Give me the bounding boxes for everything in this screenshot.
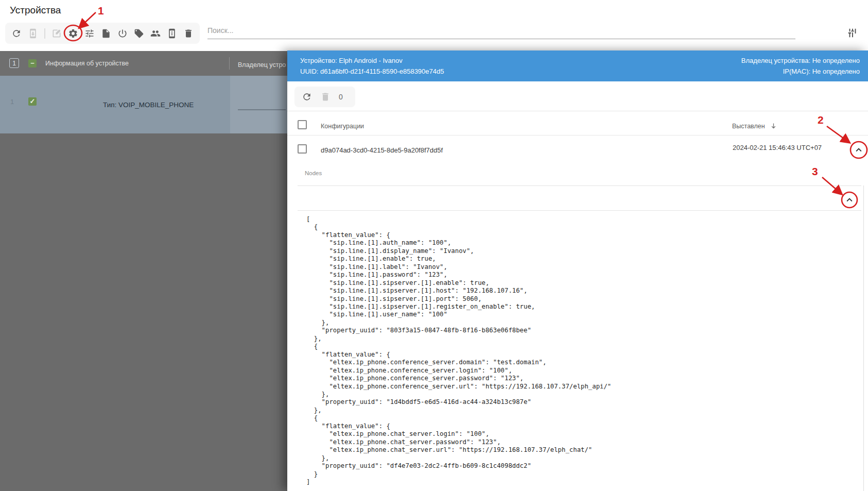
system-update-icon bbox=[28, 28, 38, 39]
toolbar-divider bbox=[44, 28, 45, 39]
sort-arrow-down-icon bbox=[770, 122, 777, 130]
search-field bbox=[207, 24, 795, 39]
column-divider bbox=[229, 57, 230, 70]
scroll-track[interactable] bbox=[863, 185, 864, 491]
column-configurations: Конфигурации bbox=[321, 123, 364, 130]
panel-device-uuid: UUID: d61a6bf0-d21f-4115-8590-e858390e74… bbox=[300, 66, 444, 77]
select-all-checkbox[interactable]: − bbox=[28, 59, 37, 67]
collapse-nodes-chevron-icon[interactable] bbox=[844, 194, 855, 206]
column-issued-label: Выставлен bbox=[732, 123, 765, 130]
column-owner: Владелец устройства bbox=[238, 61, 286, 69]
edit-icon bbox=[51, 28, 62, 39]
device-info-icon[interactable] bbox=[167, 28, 177, 39]
column-issued-sort[interactable]: Выставлен bbox=[732, 122, 777, 130]
tag-icon[interactable] bbox=[134, 28, 144, 39]
device-type-label: Тип: VOIP_MOBILE_PHONE bbox=[103, 101, 194, 109]
config-uuid: d9a074ad-3cd0-4215-8de5-9a20f8f7dd5f bbox=[321, 146, 443, 154]
device-detail-panel: Устройство: Elph Android - Ivanov UUID: … bbox=[287, 50, 868, 491]
row-checkbox[interactable]: ✓ bbox=[28, 97, 37, 106]
config-checkbox[interactable] bbox=[298, 144, 307, 154]
devices-page: Устройства 1 − Информация об устройстве … bbox=[0, 0, 868, 491]
panel-ip-mac: IP(MAC): Не определено bbox=[741, 66, 860, 77]
filter-icon[interactable] bbox=[847, 27, 858, 39]
config-issued-date: 2024-02-21 15:46:43 UTC+07 bbox=[733, 144, 822, 151]
copy-file-icon[interactable] bbox=[101, 28, 111, 39]
refresh-icon[interactable] bbox=[11, 28, 22, 39]
column-device-info: Информация об устройстве bbox=[45, 60, 129, 67]
users-icon[interactable] bbox=[150, 28, 161, 39]
divider bbox=[298, 210, 861, 211]
search-input[interactable] bbox=[207, 24, 795, 39]
page-title: Устройства bbox=[10, 5, 61, 16]
owner-input-underline bbox=[238, 109, 286, 110]
divider bbox=[298, 185, 861, 186]
configs-refresh-icon[interactable] bbox=[302, 92, 312, 102]
panel-device-name: Устройство: Elph Android - Ivanov bbox=[300, 55, 444, 66]
devices-toolbar bbox=[5, 23, 200, 44]
selected-count-badge[interactable]: 1 bbox=[9, 58, 19, 68]
tune-icon[interactable] bbox=[84, 28, 95, 39]
selected-configs-count: 0 bbox=[339, 93, 343, 101]
collapse-config-chevron-icon[interactable] bbox=[853, 144, 864, 156]
nodes-json-code: [ { "flatten_value": { "sip.line.[1].aut… bbox=[306, 215, 611, 486]
delete-icon[interactable] bbox=[183, 28, 194, 39]
row-index: 1 bbox=[10, 98, 14, 106]
configs-select-all-checkbox[interactable] bbox=[298, 120, 307, 129]
owner-cell[interactable] bbox=[230, 76, 287, 133]
settings-gear-icon[interactable] bbox=[68, 28, 78, 39]
divider bbox=[287, 111, 868, 111]
panel-header: Устройство: Elph Android - Ivanov UUID: … bbox=[287, 50, 868, 81]
divider bbox=[287, 135, 868, 136]
configs-delete-icon bbox=[320, 92, 331, 102]
panel-owner: Владелец устройства: Не определено bbox=[741, 55, 860, 66]
annotation-number-1: 1 bbox=[98, 5, 104, 16]
nodes-field-label: Nodes bbox=[305, 170, 322, 176]
power-icon[interactable] bbox=[117, 28, 128, 39]
configs-toolbar: 0 bbox=[294, 87, 355, 107]
